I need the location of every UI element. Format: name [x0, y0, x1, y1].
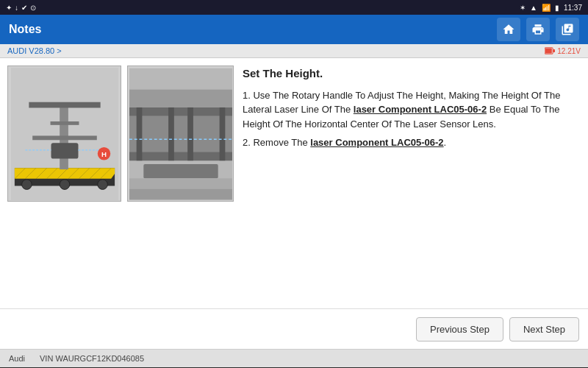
svg-point-22 — [21, 179, 32, 189]
toolbar-title: Notes — [9, 23, 41, 36]
diagram-image-right — [127, 66, 234, 202]
home-button[interactable] — [497, 18, 520, 41]
footer-info: Audi VIN WAURGCF12KD046085 — [0, 349, 588, 367]
battery-icon: ▮ — [555, 4, 559, 12]
wifi-icon: 📶 — [542, 4, 551, 12]
svg-rect-2 — [545, 49, 552, 54]
time-display: 11:37 — [564, 4, 582, 12]
dl-icon: ↓ — [15, 4, 18, 12]
svg-rect-16 — [29, 102, 100, 107]
svg-rect-19 — [51, 143, 78, 158]
svg-point-23 — [60, 179, 70, 189]
paragraph2-end: . — [444, 137, 447, 148]
diagram-image-left: H — [7, 66, 121, 202]
bt-icon: ✦ — [6, 4, 12, 12]
breadcrumb: AUDI V28.80 > 12.21V — [0, 44, 588, 58]
bluetooth-icon: ✶ — [520, 4, 526, 12]
svg-rect-18 — [50, 121, 79, 124]
svg-point-24 — [97, 179, 107, 189]
navigation-buttons: Previous Step Next Step — [0, 308, 588, 349]
content-heading: Set The Height. — [243, 66, 573, 82]
svg-rect-36 — [143, 164, 218, 178]
print-button[interactable] — [526, 18, 550, 41]
signal-icon: ▲ — [530, 4, 537, 12]
images-section: H — [7, 66, 235, 301]
vehicle-make: Audi — [9, 354, 25, 363]
check-icon: ✔ — [21, 4, 27, 12]
export-button[interactable] — [556, 18, 579, 41]
svg-rect-34 — [219, 107, 225, 160]
voltage-display: 12.21V — [545, 47, 581, 55]
svg-rect-37 — [129, 89, 232, 107]
toolbar: Notes — [0, 15, 588, 44]
component-link-2: laser Component LAC05-06-2 — [310, 137, 443, 148]
content-paragraph1: 1. Use The Rotary Handle To Adjust The H… — [243, 88, 573, 132]
next-step-button[interactable]: Next Step — [509, 317, 579, 342]
svg-rect-1 — [553, 49, 555, 52]
status-bar: ✦ ↓ ✔ ⊙ ✶ ▲ 📶 ▮ 11:37 — [0, 0, 588, 15]
svg-rect-33 — [187, 107, 193, 160]
breadcrumb-path[interactable]: AUDI V28.80 > — [7, 46, 62, 55]
main-content: H — [0, 58, 588, 308]
status-left-icons: ✦ ↓ ✔ ⊙ — [6, 4, 36, 12]
status-right-icons: ✶ ▲ 📶 ▮ 11:37 — [520, 4, 582, 12]
text-section: Set The Height. 1. Use The Rotary Handle… — [235, 66, 581, 301]
previous-step-button[interactable]: Previous Step — [416, 317, 503, 342]
vehicle-vin: VIN WAURGCF12KD046085 — [40, 354, 144, 363]
circle-icon: ⊙ — [30, 4, 36, 12]
component-link-1: laser Component LAC05-06-2 — [354, 104, 487, 115]
toolbar-actions — [497, 18, 579, 41]
svg-rect-17 — [32, 135, 97, 140]
svg-rect-39 — [129, 188, 232, 199]
content-paragraph2: 2. Remove The laser Component LAC05-06-2… — [243, 135, 573, 150]
paragraph2-pre: 2. Remove The — [243, 137, 310, 148]
svg-rect-29 — [129, 107, 232, 116]
svg-rect-30 — [129, 152, 232, 160]
svg-rect-32 — [168, 107, 174, 160]
svg-text:H: H — [101, 149, 106, 158]
svg-rect-31 — [136, 107, 142, 160]
